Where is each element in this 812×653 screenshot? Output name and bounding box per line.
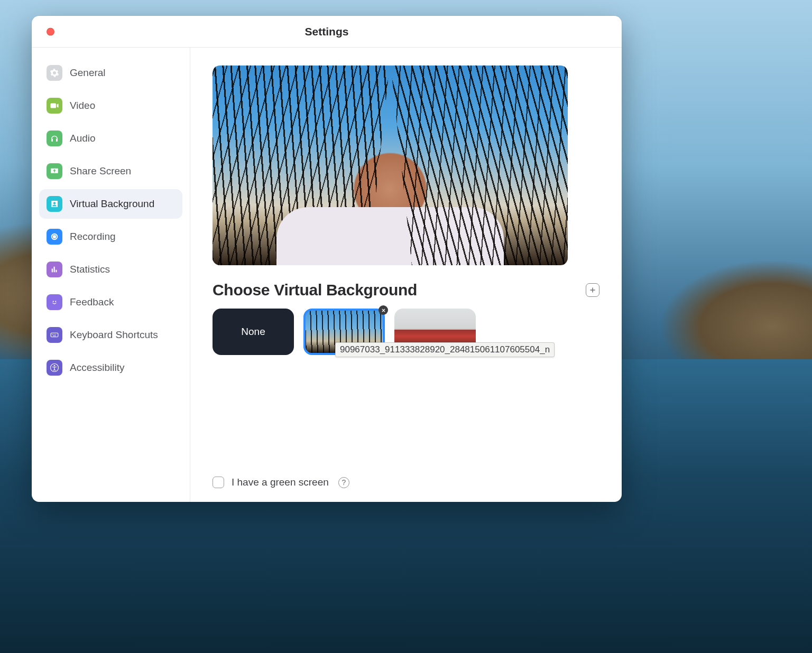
svg-point-3 [53, 301, 54, 302]
sidebar-item-share-screen[interactable]: Share Screen [39, 156, 182, 186]
bar-chart-icon [47, 262, 62, 277]
window-title: Settings [305, 25, 349, 38]
sidebar-item-label: Statistics [70, 264, 110, 275]
green-screen-help-button[interactable]: ? [338, 477, 349, 488]
background-thumbnails: None 90967033_911333828920_2848150611076… [213, 309, 599, 355]
sidebar-item-accessibility[interactable]: Accessibility [39, 353, 182, 383]
record-icon [47, 229, 62, 245]
video-preview-person [276, 207, 504, 265]
svg-point-8 [56, 334, 57, 335]
share-screen-icon [47, 163, 62, 179]
headphones-icon [47, 130, 62, 146]
keyboard-icon [47, 327, 62, 343]
settings-window: Settings General Video Audio [32, 16, 622, 502]
video-preview [213, 66, 568, 265]
sidebar-item-keyboard-shortcuts[interactable]: Keyboard Shortcuts [39, 320, 182, 350]
video-icon [47, 98, 62, 114]
svg-rect-2 [51, 298, 58, 306]
green-screen-row: I have a green screen ? [213, 477, 599, 488]
sidebar-item-label: Accessibility [70, 362, 124, 374]
accessibility-icon [47, 360, 62, 376]
background-option-none[interactable]: None [213, 309, 294, 355]
svg-rect-5 [51, 333, 58, 337]
section-header: Choose Virtual Background [213, 281, 599, 299]
sidebar-item-label: Recording [70, 231, 116, 242]
sidebar-item-virtual-background[interactable]: Virtual Background [39, 189, 182, 219]
svg-point-4 [55, 301, 56, 302]
sidebar-item-label: Audio [70, 133, 96, 144]
add-background-button[interactable] [586, 283, 599, 297]
titlebar: Settings [32, 16, 622, 48]
remove-background-button[interactable] [379, 305, 388, 315]
sidebar-item-video[interactable]: Video [39, 91, 182, 120]
sidebar-item-recording[interactable]: Recording [39, 222, 182, 251]
close-icon [381, 308, 386, 313]
section-title: Choose Virtual Background [213, 281, 417, 299]
smile-icon [47, 294, 62, 310]
svg-rect-9 [53, 335, 56, 336]
sidebar-item-label: Video [70, 100, 95, 111]
sidebar-item-general[interactable]: General [39, 58, 182, 88]
svg-point-7 [54, 334, 55, 335]
sidebar-item-feedback[interactable]: Feedback [39, 287, 182, 317]
background-filename-tooltip: 90967033_911333828920_284815061107605504… [335, 342, 555, 357]
sidebar-item-label: Keyboard Shortcuts [70, 329, 158, 341]
settings-content: Choose Virtual Background None 90967033_… [190, 48, 622, 502]
sidebar-item-audio[interactable]: Audio [39, 124, 182, 153]
green-screen-label: I have a green screen [232, 477, 329, 488]
settings-sidebar: General Video Audio Share Screen [32, 48, 190, 502]
sidebar-item-label: Feedback [70, 296, 114, 308]
question-mark-icon: ? [342, 478, 346, 487]
sidebar-item-label: Virtual Background [70, 198, 154, 210]
thumb-none-label: None [241, 326, 265, 338]
sidebar-item-label: General [70, 67, 106, 79]
gear-icon [47, 65, 62, 81]
close-window-button[interactable] [47, 27, 54, 35]
person-card-icon [47, 196, 62, 212]
plus-icon [589, 286, 596, 294]
svg-point-6 [52, 334, 53, 335]
svg-point-11 [54, 365, 56, 367]
sidebar-item-label: Share Screen [70, 165, 131, 177]
svg-point-1 [53, 236, 56, 238]
green-screen-checkbox[interactable] [213, 477, 224, 488]
window-body: General Video Audio Share Screen [32, 48, 622, 502]
sidebar-item-statistics[interactable]: Statistics [39, 255, 182, 284]
